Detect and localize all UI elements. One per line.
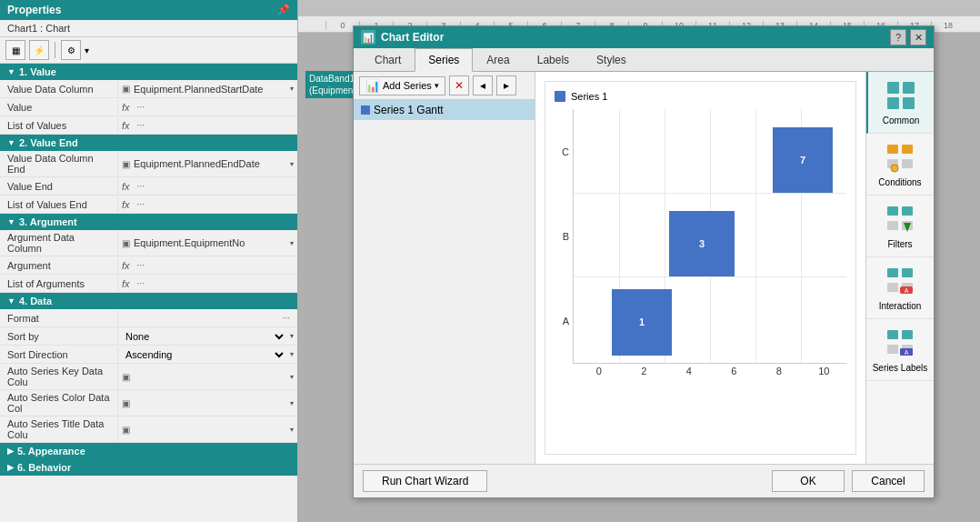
toolbar-lightning-icon[interactable]: ⚡ [29, 40, 49, 60]
chart-plot: C B A [555, 109, 846, 364]
svg-rect-9 [887, 206, 898, 216]
prop-row-auto-series-color: Auto Series Color Data Col ▣ ▾ [0, 390, 297, 417]
ok-button[interactable]: OK [772, 470, 845, 492]
interaction-label: Interaction [879, 301, 922, 311]
properties-body: ▼ 1. Value Value Data Column ▣ Equipment… [0, 64, 297, 522]
tab-styles[interactable]: Styles [583, 48, 640, 72]
svg-point-8 [891, 165, 898, 172]
cancel-button[interactable]: Cancel [852, 470, 925, 492]
prop-row-auto-series-title: Auto Series Title Data Colu ▣ ▾ [0, 417, 297, 443]
tab-chart[interactable]: Chart [361, 48, 415, 72]
bar-a: 1 [612, 289, 672, 356]
section-appearance-header[interactable]: ▶ 5. Appearance [0, 443, 297, 459]
properties-pin-icon[interactable]: 📌 [277, 4, 290, 16]
prop-row-auto-series-key: Auto Series Key Data Colu ▣ ▾ [0, 364, 297, 390]
dialog-tabs: Chart Series Area Labels Styles [354, 48, 934, 72]
dialog-series-panel: 📊 Add Series ▾ ✕ ◂ ▸ Series 1 Gantt [354, 72, 535, 464]
right-panel-filters[interactable]: Filters [866, 196, 934, 257]
dialog-titlebar: 📊 Chart Editor ? ✕ [354, 26, 934, 48]
chart-x-labels: 0 2 4 6 8 10 [555, 366, 846, 376]
interaction-icon: A [884, 265, 916, 297]
svg-rect-20 [887, 330, 898, 339]
right-panel: Common Conditi [865, 72, 934, 464]
add-series-icon: 📊 [365, 79, 380, 93]
filters-label: Filters [887, 239, 912, 249]
tab-labels[interactable]: Labels [524, 48, 583, 72]
svg-rect-2 [887, 97, 899, 109]
series-item[interactable]: Series 1 Gantt [354, 100, 535, 120]
svg-rect-5 [902, 145, 913, 154]
fx-icon: fx [122, 102, 130, 113]
dialog-help-btn[interactable]: ? [890, 29, 906, 45]
toolbar-gear-icon[interactable]: ⚙ [61, 40, 81, 60]
sort-direction-select[interactable]: Ascending Descending [122, 348, 286, 361]
svg-text:A: A [905, 349, 909, 356]
prop-row-value-end-column: Value Data Column End ▣ Equipment.Planne… [0, 151, 297, 177]
svg-rect-22 [887, 345, 898, 354]
list-values-ellipsis[interactable]: ··· [134, 120, 148, 130]
section-data-header[interactable]: ▼ 4. Data [0, 293, 297, 309]
report-area: 0 1 2 3 4 5 6 7 8 9 10 11 12 13 14 15 16… [298, 16, 980, 522]
dialog-close-btn[interactable]: ✕ [910, 29, 926, 45]
section-argument-header[interactable]: ▼ 3. Argument [0, 214, 297, 230]
legend-color [555, 91, 565, 102]
chart-legend: Series 1 [555, 91, 846, 102]
tab-area[interactable]: Area [473, 48, 523, 72]
svg-rect-3 [903, 97, 915, 109]
properties-subheader: Chart1 : Chart [0, 20, 297, 37]
grid-line-h [574, 193, 846, 194]
grid-line-v [755, 109, 756, 363]
svg-rect-7 [902, 159, 913, 168]
move-series-down-button[interactable]: ▸ [496, 75, 516, 95]
filter-icon [884, 203, 916, 236]
chart-grid: 1 3 7 [573, 109, 846, 364]
remove-series-button[interactable]: ✕ [449, 75, 469, 95]
tab-series[interactable]: Series [415, 48, 473, 72]
common-icon [885, 79, 917, 112]
right-panel-conditions[interactable]: Conditions [866, 134, 934, 196]
svg-rect-15 [902, 268, 913, 277]
prop-row-list-values-end: List of Values End fx ··· [0, 196, 297, 214]
move-series-up-button[interactable]: ◂ [473, 75, 493, 95]
conditions-label: Conditions [878, 177, 921, 187]
svg-rect-21 [902, 330, 913, 339]
grid-line-h [574, 276, 846, 277]
svg-rect-0 [887, 82, 899, 94]
add-series-button[interactable]: 📊 Add Series ▾ [359, 76, 445, 95]
right-panel-common[interactable]: Common [866, 72, 934, 134]
svg-text:A: A [905, 287, 909, 294]
sort-by-select[interactable]: None Value Argument [122, 330, 286, 343]
toolbar-gear-arrow[interactable]: ▾ [85, 45, 89, 55]
section-value-end-header[interactable]: ▼ 2. Value End [0, 135, 297, 151]
prop-row-argument-column: Argument Data Column ▣ Equipment.Equipme… [0, 230, 297, 256]
prop-row-sort-direction: Sort Direction Ascending Descending ▾ [0, 346, 297, 364]
series-list: Series 1 Gantt [354, 100, 535, 464]
prop-row-value-end: Value End fx ··· [0, 177, 297, 196]
svg-rect-11 [887, 221, 898, 230]
properties-title: Properties [7, 4, 61, 16]
section-value-header[interactable]: ▼ 1. Value [0, 64, 297, 80]
bar-b: 3 [669, 211, 735, 277]
right-panel-series-labels[interactable]: A Series Labels [866, 319, 934, 381]
prop-row-list-arguments: List of Arguments fx ··· [0, 275, 297, 293]
run-chart-wizard-button[interactable]: Run Chart Wizard [363, 470, 487, 492]
section-behavior-header[interactable]: ▶ 6. Behavior [0, 459, 297, 476]
series-labels-icon: A [884, 326, 916, 359]
dialog-controls: ? ✕ [890, 29, 926, 45]
bar-c: 7 [773, 127, 833, 194]
right-panel-interaction[interactable]: A Interaction [866, 257, 934, 319]
series-labels-label: Series Labels [873, 363, 928, 373]
svg-rect-10 [902, 206, 913, 216]
value-ellipsis[interactable]: ··· [134, 102, 148, 112]
dropdown-arrow[interactable]: ▾ [290, 85, 294, 93]
svg-rect-4 [887, 145, 898, 154]
fx-icon-2: fx [122, 120, 130, 131]
prop-row-format: Format ··· [0, 309, 297, 327]
properties-header: Properties 📌 [0, 0, 297, 20]
properties-panel: Properties 📌 Chart1 : Chart ▦ ⚡ ⚙ ▾ ▼ 1.… [0, 0, 298, 522]
chart-y-labels: C B A [555, 109, 573, 364]
properties-toolbar: ▦ ⚡ ⚙ ▾ [0, 37, 297, 64]
toolbar-grid-icon[interactable]: ▦ [5, 40, 25, 60]
dialog-body: 📊 Add Series ▾ ✕ ◂ ▸ Series 1 Gantt [354, 72, 934, 464]
chart-editor-icon: 📊 [361, 30, 375, 45]
